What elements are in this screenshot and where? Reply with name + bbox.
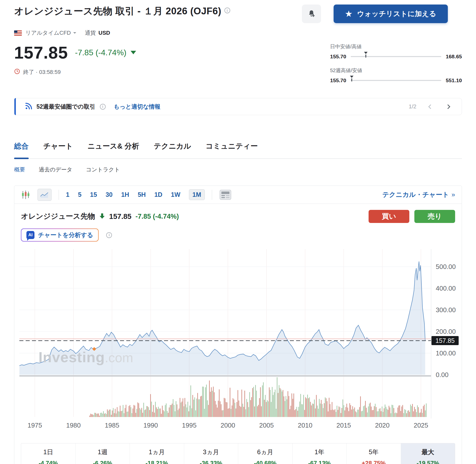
x-tick-1985: 1985: [105, 422, 119, 429]
instrument-meta: リアルタイムCFD 通貨 USD: [14, 29, 462, 37]
buy-button[interactable]: 買い: [369, 210, 409, 223]
market-status: 終了 · 03:58:59: [23, 68, 61, 76]
star-icon: ★: [345, 11, 352, 17]
volume-bars: [89, 377, 426, 417]
y-tick-0: 0.00: [436, 371, 449, 379]
technical-chart-link[interactable]: テクニカル・チャート»: [382, 190, 455, 199]
last-price-badge: 157.85: [431, 336, 459, 345]
perf-cell-3m[interactable]: 3ヵ月-36.33%: [184, 443, 238, 464]
interval-15[interactable]: 15: [90, 191, 97, 198]
perf-cell-5y[interactable]: 5年+28.75%: [346, 443, 401, 464]
tab-technical[interactable]: テクニカル: [154, 141, 191, 158]
perf-cell-6m[interactable]: 6ヵ月-40.68%: [238, 443, 292, 464]
bell-plus-icon: [307, 9, 316, 19]
interval-buttons: 1515301H5H1D1W1M: [66, 189, 205, 200]
perf-label-3m: 3ヵ月: [184, 448, 238, 456]
perf-cell-1w[interactable]: 1週-6.26%: [75, 443, 130, 464]
price-chart[interactable]: [19, 249, 431, 419]
y-tick-400: 400.00: [436, 285, 456, 292]
chart-header: オレンジジュース先物 157.85 -7.85 (-4.74%) 買い 売り: [14, 204, 462, 223]
x-tick-2025: 2025: [414, 422, 428, 429]
perf-cell-max[interactable]: 最大-19.57%: [401, 443, 455, 464]
interval-5h[interactable]: 5H: [138, 191, 146, 198]
chart-price-change: -7.85 (-4.74%): [135, 213, 179, 220]
week52-range-marker: [350, 76, 353, 81]
x-tick-1975: 1975: [27, 422, 42, 429]
interval-1w[interactable]: 1W: [171, 191, 180, 198]
create-alert-button[interactable]: [302, 5, 321, 23]
perf-cell-1m[interactable]: 1ヵ月-18.21%: [130, 443, 184, 464]
week52-range: 52週高値/安値 155.70 551.10: [330, 67, 462, 83]
perf-label-1m: 1ヵ月: [130, 448, 184, 456]
x-tick-2000: 2000: [221, 422, 235, 429]
perf-value-max: -19.57%: [401, 460, 455, 464]
ai-icon: AI: [26, 231, 34, 239]
clock-icon: [14, 68, 20, 76]
performance-table: 1日-4.74%1週-6.26%1ヵ月-18.21%3ヵ月-36.33%6ヵ月-…: [21, 443, 455, 464]
intraday-range-marker: [364, 52, 368, 58]
chart-card: 1515301H5H1D1W1M テクニカル・チャート» オレンジジュース先物: [14, 185, 462, 464]
interval-1[interactable]: 1: [66, 191, 69, 198]
price-section: 157.85 -7.85 (-4.74%) 終了 · 03:58:59 日中安値…: [14, 43, 462, 83]
time-axis[interactable]: 1975198019851990199520002005201020152020…: [19, 420, 431, 431]
interval-1d[interactable]: 1D: [154, 191, 162, 198]
price-area-fill: [19, 261, 425, 375]
price-axis[interactable]: 500.00400.00300.00200.00100.000.00: [431, 249, 464, 419]
header: オレンジジュース先物 取引 - １月 2026 (OJF6) i ★ ウォッチリ…: [14, 5, 462, 23]
x-tick-1990: 1990: [143, 422, 158, 429]
arrow-down-icon: [99, 213, 105, 220]
range-sliders: 日中安値/高値 155.70 168.65 52週高値/安値 155.70: [330, 43, 462, 83]
x-tick-2020: 2020: [375, 422, 390, 429]
tab-news-analysis[interactable]: ニュース& 分析: [88, 141, 139, 158]
tab-community[interactable]: コミュニティー: [206, 141, 258, 158]
week52-low: 155.70: [330, 77, 346, 83]
last-price: 157.85: [14, 43, 68, 62]
chart-instrument-name: オレンジジュース先物: [21, 211, 95, 221]
perf-cell-1y[interactable]: 1年-67.13%: [292, 443, 347, 464]
perf-label-5y: 5年: [347, 448, 401, 456]
perf-label-6m: 6ヵ月: [238, 448, 292, 456]
perf-label-max: 最大: [401, 448, 455, 456]
interval-5[interactable]: 5: [78, 191, 82, 198]
x-tick-2010: 2010: [298, 422, 312, 429]
insight-pagination: 1/2: [409, 103, 416, 110]
subtab-history[interactable]: 過去のデータ: [39, 166, 72, 173]
perf-value-1d: -4.74%: [21, 460, 75, 464]
x-tick-1995: 1995: [182, 422, 196, 429]
add-watchlist-button[interactable]: ★ ウォッチリストに加える: [334, 5, 448, 23]
insight-prev-icon[interactable]: [428, 104, 433, 109]
y-tick-100: 100.00: [436, 349, 456, 357]
intraday-high: 168.65: [446, 54, 462, 60]
subtab-contracts[interactable]: コントラクト: [86, 166, 120, 173]
title-info-icon[interactable]: i: [224, 8, 230, 13]
perf-value-6m: -40.68%: [238, 460, 292, 464]
toolbar-divider: [212, 190, 212, 200]
interval-1h[interactable]: 1H: [121, 191, 129, 198]
price-change: -7.85 (-4.74%): [75, 48, 127, 57]
week52-range-slider: [351, 80, 441, 81]
tab-chart[interactable]: チャート: [43, 141, 73, 158]
news-layout-button[interactable]: [219, 189, 232, 200]
perf-cell-1d[interactable]: 1日-4.74%: [21, 443, 75, 464]
ai-info-icon[interactable]: i: [106, 232, 112, 238]
ai-analyze-button[interactable]: AI チャートを分析する: [21, 228, 99, 242]
chart-toolbar: 1515301H5H1D1W1M テクニカル・チャート»: [14, 186, 462, 204]
subtab-summary[interactable]: 概要: [14, 166, 25, 173]
market-type-dropdown[interactable]: リアルタイムCFD: [25, 29, 71, 37]
interval-30[interactable]: 30: [106, 191, 113, 198]
y-tick-200: 200.00: [436, 328, 456, 336]
insight-next-icon[interactable]: [446, 104, 450, 109]
ai-analyze-label: チャートを分析する: [38, 231, 93, 239]
interval-1m[interactable]: 1M: [189, 189, 205, 200]
insight-link[interactable]: もっと適切な情報: [114, 103, 161, 111]
insight-banner: 52週最安値圏での取引 i もっと適切な情報 1/2: [14, 98, 462, 115]
sell-button[interactable]: 売り: [414, 210, 455, 223]
x-tick-2015: 2015: [336, 422, 351, 429]
triangle-down-icon: [131, 51, 136, 54]
tab-overview[interactable]: 総合: [14, 141, 29, 158]
insight-info-icon[interactable]: i: [100, 104, 106, 110]
x-tick-1980: 1980: [66, 422, 81, 429]
instrument-page: オレンジジュース先物 取引 - １月 2026 (OJF6) i ★ ウォッチリ…: [0, 0, 476, 464]
candlestick-chart-button[interactable]: [21, 190, 30, 200]
line-chart-button[interactable]: [37, 189, 52, 201]
